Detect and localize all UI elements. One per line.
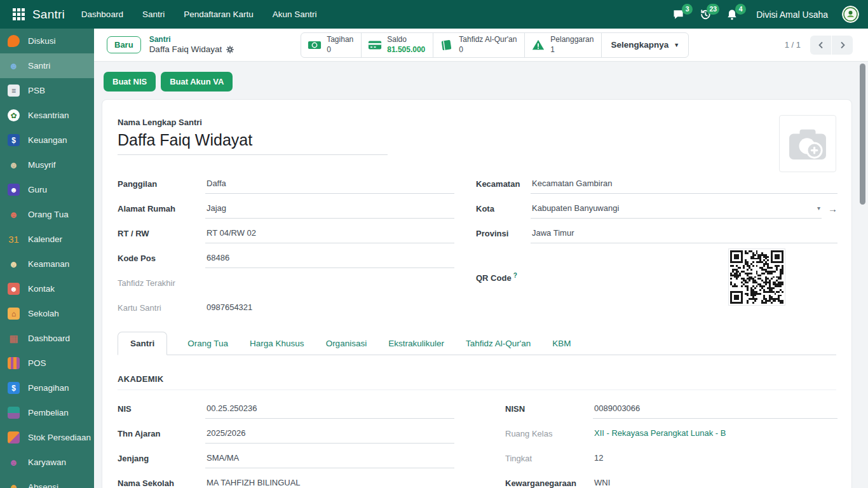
stat-saldo[interactable]: Saldo81.505.000 xyxy=(361,32,433,58)
sidebar-item-kontak[interactable]: ☻ Kontak xyxy=(0,276,94,301)
field-input[interactable]: 0089003066 xyxy=(593,400,837,419)
help-icon[interactable]: ? xyxy=(513,272,517,279)
attach-photo-button[interactable] xyxy=(779,115,836,172)
field-row: Tahfidz Terakhir xyxy=(118,271,454,295)
field-input[interactable]: Kecamatan Gambiran xyxy=(531,175,837,194)
stat-pelanggaran[interactable]: Pelanggaran1 xyxy=(524,32,602,58)
sidebar-item-keamanan[interactable]: ☻ Keamanan xyxy=(0,252,94,276)
field-row: Tingkat 12 xyxy=(476,446,837,471)
field-row: Nama Sekolah MA TAHFIZH BILINGUAL xyxy=(118,471,454,488)
field-input[interactable]: 68486 xyxy=(205,249,454,268)
sidebar-item-sekolah[interactable]: ⌂ Sekolah xyxy=(0,301,94,326)
tab[interactable]: KBM xyxy=(551,332,572,355)
field-label: Jenjang xyxy=(118,454,205,463)
breadcrumb-doctype[interactable]: Santri xyxy=(149,35,235,44)
sidebar-item-santri[interactable]: ☻ Santri xyxy=(0,53,94,78)
field-input[interactable]: 00.25.250236 xyxy=(205,400,454,419)
field-input[interactable]: XII - Rekayasa Perangkat Lunak - B xyxy=(593,424,837,444)
book-icon xyxy=(440,38,454,52)
tab[interactable]: Orang Tua xyxy=(186,332,229,355)
student-icon: ☻ xyxy=(8,60,20,72)
chevron-down-icon: ▼ xyxy=(674,42,679,48)
field-input[interactable]: MA TAHFIZH BILINGUAL xyxy=(205,474,454,488)
sidebar-item-orang-tua[interactable]: ☻ Orang Tua xyxy=(0,202,94,227)
tab[interactable]: Harga Khusus xyxy=(248,332,306,355)
sidebar-item-keuangan[interactable]: $ Keuangan xyxy=(0,128,94,152)
field-label: Thn Ajaran xyxy=(118,429,205,438)
nav-menu-item[interactable]: Akun Santri xyxy=(273,10,317,19)
nav-menu-item[interactable]: Pendaftaran Kartu xyxy=(184,10,254,19)
field-input[interactable]: Daffa xyxy=(205,175,454,194)
sidebar-item-pos[interactable]: POS xyxy=(0,351,94,376)
brand[interactable]: Santri xyxy=(13,8,65,22)
apps-grid-icon[interactable] xyxy=(13,8,25,20)
field-label: Kecamatan xyxy=(476,179,531,189)
tab[interactable]: Ekstrakulikuler xyxy=(387,332,445,355)
field-input[interactable]: WNI xyxy=(593,474,837,488)
emblem-icon: ✿ xyxy=(8,109,20,121)
fields-column-left: Panggilan Daffa Alamat Rumah Jajag RT / … xyxy=(118,172,454,320)
stat-tagihan[interactable]: Tagihan0 xyxy=(301,32,362,58)
action-button[interactable]: Buat Akun VA xyxy=(161,72,233,92)
page-title: Daffa Faiq Widayat xyxy=(149,44,222,55)
field-input[interactable]: SMA/MA xyxy=(205,449,454,468)
teacher-icon: ☻ xyxy=(8,184,20,196)
field-input[interactable]: Jajag xyxy=(205,200,454,219)
prev-record-button[interactable] xyxy=(810,36,831,55)
tab[interactable]: Organisasi xyxy=(325,332,369,355)
navbar-menu: DashboardSantriPendaftaran KartuAkun San… xyxy=(81,10,317,19)
vertical-scrollbar[interactable] xyxy=(860,64,865,205)
nav-menu-item[interactable]: Dashboard xyxy=(81,10,123,19)
warning-icon xyxy=(531,38,545,52)
camera-add-icon xyxy=(788,126,827,161)
settings-gear-icon[interactable] xyxy=(226,45,234,54)
field-row: Panggilan Daffa xyxy=(118,172,454,196)
current-division-label[interactable]: Divisi Amal Usaha xyxy=(756,10,828,20)
sidebar-item-karyawan[interactable]: ☻ Karyawan xyxy=(0,450,94,475)
sidebar-item-penagihan[interactable]: $ Penagihan xyxy=(0,376,94,400)
selengkapnya-button[interactable]: Selengkapnya ▼ xyxy=(601,32,689,58)
announcement-icon[interactable]: 4 xyxy=(726,8,738,21)
name-field-value[interactable]: Daffa Faiq Widayat xyxy=(118,131,388,155)
qr-code-image xyxy=(728,248,785,306)
user-avatar[interactable] xyxy=(842,6,859,23)
tab[interactable]: Tahfidz Al-Qur'an xyxy=(465,332,532,355)
tab[interactable]: Santri xyxy=(118,332,167,355)
field-input[interactable]: 12 xyxy=(593,449,837,468)
sidebar-item-pembelian[interactable]: Pembelian xyxy=(0,400,94,425)
field-input[interactable]: 0987654321 xyxy=(205,299,454,318)
field-label: QR Code? xyxy=(476,272,531,283)
sidebar-item-dashboard[interactable]: ▦ Dashboard xyxy=(0,326,94,351)
billing-icon: $ xyxy=(8,382,20,394)
sidebar-item-kesantrian[interactable]: ✿ Kesantrian xyxy=(0,103,94,128)
sidebar-item-absensi[interactable]: ☻ Absensi xyxy=(0,475,94,488)
sidebar-item-kalender[interactable]: 31 Kalender xyxy=(0,227,94,252)
field-row: Kota Kabupaten Banyuwangi ▾ → xyxy=(476,196,837,221)
recent-activity-icon[interactable]: 23 xyxy=(699,8,712,21)
field-row: RT / RW RT 04/RW 02 xyxy=(118,221,454,246)
app-title[interactable]: Santri xyxy=(32,8,65,22)
open-link-icon[interactable]: → xyxy=(828,203,837,214)
next-record-button[interactable] xyxy=(832,36,853,55)
field-row: Kode Pos 68486 xyxy=(118,246,454,271)
discussion-icon xyxy=(8,35,20,47)
field-input[interactable]: RT 04/RW 02 xyxy=(205,224,454,243)
sidebar-item-psb[interactable]: ≡ PSB xyxy=(0,78,94,103)
field-input[interactable] xyxy=(205,274,454,293)
sidebar-item-stok-persediaan[interactable]: Stok Persediaan xyxy=(0,425,94,450)
field-input[interactable]: Kabupaten Banyuwangi ▾ xyxy=(531,200,822,219)
field-input[interactable]: 2025/2026 xyxy=(205,424,454,444)
nav-menu-item[interactable]: Santri xyxy=(142,10,165,19)
sidebar-item-guru[interactable]: ☻ Guru xyxy=(0,177,94,202)
sidebar-item-musyrif[interactable]: ☻ Musyrif xyxy=(0,152,94,177)
stat-tahfidz[interactable]: Tahfidz Al-Qur'an0 xyxy=(433,32,525,58)
sidebar-item-diskusi[interactable]: Diskusi xyxy=(0,29,94,53)
chat-icon[interactable]: 3 xyxy=(672,8,685,21)
mentor-icon: ☻ xyxy=(8,159,20,171)
field-input[interactable]: Jawa Timur xyxy=(531,224,837,243)
action-button[interactable]: Buat NIS xyxy=(104,72,156,92)
buying-icon xyxy=(8,407,20,419)
field-row: Ruang Kelas XII - Rekayasa Perangkat Lun… xyxy=(476,421,837,446)
chevron-down-icon[interactable]: ▾ xyxy=(817,205,820,212)
field-input[interactable] xyxy=(531,246,837,309)
